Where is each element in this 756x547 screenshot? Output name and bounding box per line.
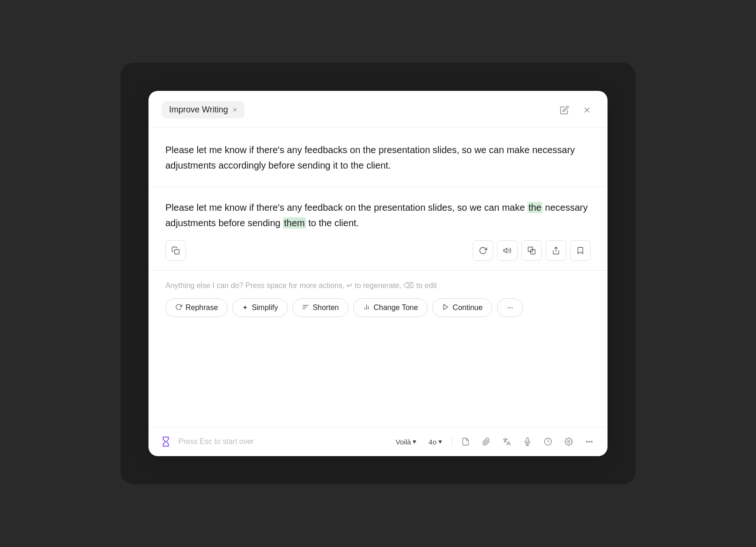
text-action-bar xyxy=(165,240,591,261)
change-tone-chip[interactable]: Change Tone xyxy=(353,298,428,317)
outer-background: Improve Writing × xyxy=(120,63,636,484)
model-dropdown-arrow: ▾ xyxy=(438,437,442,446)
rephrase-label: Rephrase xyxy=(185,303,218,312)
copy-button[interactable] xyxy=(165,240,186,261)
rephrase-chip[interactable]: Rephrase xyxy=(165,298,228,317)
modal-header: Improve Writing × xyxy=(148,91,608,127)
svg-marker-13 xyxy=(444,304,448,310)
simplify-label: Simplify xyxy=(252,303,278,312)
text-action-right xyxy=(473,240,591,261)
attachment-icon-button[interactable] xyxy=(479,435,493,449)
more-options-icon-button[interactable] xyxy=(582,435,596,449)
simplify-icon: ✦ xyxy=(242,303,248,312)
tab-chip: Improve Writing × xyxy=(162,101,245,118)
shorten-chip[interactable]: Shorten xyxy=(292,298,348,317)
improve-writing-modal: Improve Writing × xyxy=(148,91,608,456)
tab-label: Improve Writing xyxy=(169,105,228,115)
svg-point-18 xyxy=(586,441,587,442)
voila-dropdown[interactable]: Voilà ▾ xyxy=(393,436,420,448)
bookmark-button[interactable] xyxy=(570,240,591,261)
highlight-the: the xyxy=(527,202,542,213)
improved-text: Please let me know if there's any feedba… xyxy=(165,200,591,231)
footer-right: Voilà ▾ 4o ▾ xyxy=(393,435,596,449)
simplify-chip[interactable]: ✦ Simplify xyxy=(232,298,288,317)
microphone-icon-button[interactable] xyxy=(520,435,534,449)
svg-marker-3 xyxy=(504,248,507,253)
original-text: Please let me know if there's any feedba… xyxy=(165,142,591,173)
voila-logo-icon xyxy=(160,436,172,448)
original-text-section: Please let me know if there's any feedba… xyxy=(148,127,608,187)
model-dropdown[interactable]: 4o ▾ xyxy=(426,436,445,448)
share-button[interactable] xyxy=(546,240,566,261)
more-label: ··· xyxy=(507,303,513,312)
continue-icon xyxy=(442,303,449,312)
edit-icon-button[interactable] xyxy=(557,103,572,118)
continue-chip[interactable]: Continue xyxy=(432,298,492,317)
svg-point-17 xyxy=(568,441,570,443)
change-tone-label: Change Tone xyxy=(373,303,418,312)
svg-rect-2 xyxy=(175,250,179,254)
tab-close-icon[interactable]: × xyxy=(233,106,237,114)
close-modal-button[interactable] xyxy=(579,103,594,118)
document-icon-button[interactable] xyxy=(459,435,473,449)
change-tone-icon xyxy=(363,303,370,312)
rephrase-icon xyxy=(175,303,182,312)
improved-text-section: Please let me know if there's any feedba… xyxy=(148,187,608,271)
settings-icon-button[interactable] xyxy=(562,435,576,449)
translate-icon-button[interactable] xyxy=(500,435,514,449)
prompt-hint: Anything else I can do? Press space for … xyxy=(165,281,591,290)
continue-label: Continue xyxy=(452,303,482,312)
speaker-button[interactable] xyxy=(497,240,518,261)
text-action-left xyxy=(165,240,186,261)
more-chip[interactable]: ··· xyxy=(497,298,523,317)
highlight-them: them xyxy=(283,217,305,229)
voila-dropdown-arrow: ▾ xyxy=(413,437,416,446)
improved-text-after: to the client. xyxy=(306,218,359,228)
svg-point-19 xyxy=(589,441,590,442)
svg-point-20 xyxy=(591,441,592,442)
duplicate-button[interactable] xyxy=(521,240,542,261)
footer-separator xyxy=(452,437,452,446)
shorten-icon xyxy=(302,303,309,312)
refresh-button[interactable] xyxy=(473,240,493,261)
footer-hint: Press Esc to start over xyxy=(178,437,386,446)
prompt-section: Anything else I can do? Press space for … xyxy=(148,271,608,325)
action-chips: Rephrase ✦ Simplify Shorten xyxy=(165,298,591,317)
improved-text-before-highlight1: Please let me know if there's any feedba… xyxy=(165,202,527,213)
voila-dropdown-label: Voilà xyxy=(396,438,411,446)
footer-bar: Press Esc to start over Voilà ▾ 4o ▾ xyxy=(148,427,608,456)
history-icon-button[interactable] xyxy=(541,435,555,449)
shorten-label: Shorten xyxy=(312,303,339,312)
header-icons xyxy=(557,103,594,118)
model-dropdown-label: 4o xyxy=(429,438,437,446)
